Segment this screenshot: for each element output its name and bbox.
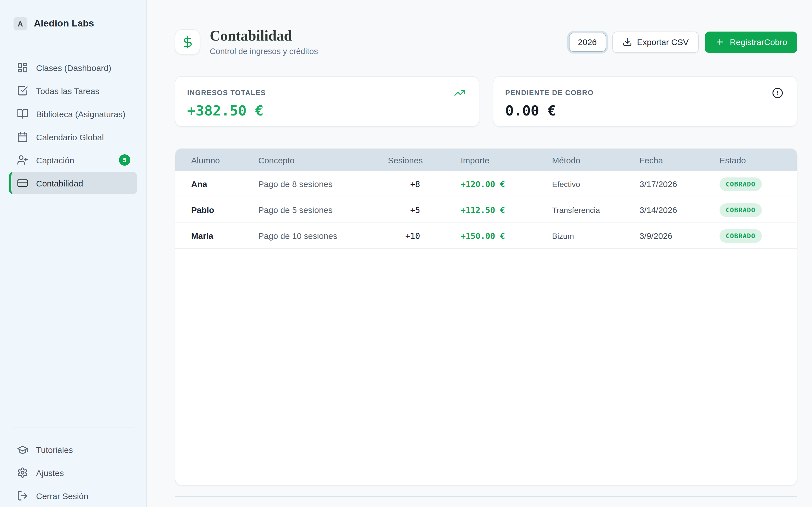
column-header-metodo: Método: [552, 156, 640, 165]
gear-icon: [17, 467, 28, 478]
table-row: Pablo Pago de 5 sesiones +5 +112.50 € Tr…: [175, 198, 797, 223]
cell-metodo: Transferencia: [552, 206, 640, 215]
sidebar-item-label: Cerrar Sesión: [36, 491, 88, 501]
sidebar-item-label: Clases (Dashboard): [36, 63, 111, 72]
stat-label: INGRESOS TOTALES: [187, 89, 266, 97]
sidebar-item-label: Tutoriales: [36, 445, 73, 454]
tasks-icon: [17, 85, 28, 96]
sidebar-item[interactable]: Cerrar Sesión: [9, 485, 137, 507]
export-csv-label: Exportar CSV: [637, 37, 689, 47]
stat-value: 0.00 €: [505, 103, 783, 119]
sidebar-badge: 5: [119, 154, 130, 166]
sidebar-item[interactable]: Biblioteca (Asignaturas): [9, 103, 137, 125]
column-header-importe: Importe: [420, 156, 552, 165]
status-badge: COBRADO: [719, 203, 762, 217]
page-subtitle: Control de ingresos y créditos: [210, 47, 318, 56]
brand-logo: A: [13, 17, 27, 31]
sidebar-item-label: Captación: [36, 155, 74, 165]
export-csv-button[interactable]: Exportar CSV: [612, 31, 699, 53]
page-title: Contabilidad: [210, 28, 318, 44]
register-payment-button[interactable]: RegistrarCobro: [705, 31, 797, 53]
cell-fecha: 3/17/2026: [640, 179, 719, 189]
sidebar-item[interactable]: Captación 5: [9, 149, 137, 171]
cell-concepto: Pago de 10 sesiones: [258, 231, 388, 241]
table-row: María Pago de 10 sesiones +10 +150.00 € …: [175, 223, 797, 249]
plus-icon: [715, 37, 725, 47]
logout-icon: [17, 490, 28, 501]
stat-card: INGRESOS TOTALES +382.50 €: [175, 76, 479, 127]
sidebar-item[interactable]: Clases (Dashboard): [9, 56, 137, 79]
column-header-fecha: Fecha: [640, 156, 719, 165]
book-open-icon: [17, 108, 28, 119]
sidebar-item[interactable]: Ajustes: [9, 461, 137, 484]
calendar-icon: [17, 131, 28, 143]
sidebar-item[interactable]: Contabilidad: [9, 172, 137, 194]
column-header-concepto: Concepto: [258, 156, 388, 165]
cell-sesiones: +5: [388, 206, 420, 215]
payments-table: Alumno Concepto Sesiones Importe Método …: [175, 149, 797, 486]
cell-alumno: Pablo: [191, 205, 258, 215]
table-header-row: Alumno Concepto Sesiones Importe Método …: [175, 149, 797, 172]
page-header-left: Contabilidad Control de ingresos y crédi…: [175, 28, 318, 56]
sidebar-item-label: Todas las Tareas: [36, 86, 100, 96]
stat-label: PENDIENTE DE COBRO: [505, 89, 594, 97]
status-badge: COBRADO: [719, 177, 762, 191]
sidebar-item-label: Contabilidad: [36, 178, 83, 188]
credit-card-icon: [17, 177, 28, 189]
cell-fecha: 3/9/2026: [640, 231, 719, 241]
cell-concepto: Pago de 5 sesiones: [258, 205, 388, 215]
sidebar-footer: Tutoriales Ajustes Cerrar Sesión: [9, 428, 137, 507]
sidebar-divider: [12, 428, 134, 428]
cell-importe: +120.00 €: [420, 180, 552, 189]
register-payment-label: RegistrarCobro: [730, 37, 787, 47]
bottom-divider: [175, 497, 797, 497]
table-row: Ana Pago de 8 sesiones +8 +120.00 € Efec…: [175, 172, 797, 198]
column-header-sesiones: Sesiones: [388, 156, 420, 165]
user-plus-icon: [17, 154, 28, 166]
sidebar: A Aledion Labs Clases (Dashboard) Todas …: [0, 0, 147, 507]
year-input[interactable]: [569, 33, 606, 52]
dollar-icon: [181, 35, 194, 49]
brand: A Aledion Labs: [9, 17, 137, 31]
sidebar-item[interactable]: Calendario Global: [9, 126, 137, 148]
cell-importe: +150.00 €: [420, 231, 552, 240]
table-body: Ana Pago de 8 sesiones +8 +120.00 € Efec…: [175, 172, 797, 249]
dashboard-icon: [17, 62, 28, 73]
alert-circle-icon: [772, 88, 783, 99]
sidebar-item-label: Ajustes: [36, 468, 64, 477]
sidebar-item[interactable]: Todas las Tareas: [9, 79, 137, 102]
cell-alumno: Ana: [191, 179, 258, 189]
trending-up-icon: [454, 88, 465, 99]
page-icon-box: [175, 29, 200, 55]
sidebar-footer-nav: Tutoriales Ajustes Cerrar Sesión: [9, 438, 137, 507]
cell-importe: +112.50 €: [420, 206, 552, 215]
stat-card: PENDIENTE DE COBRO 0.00 €: [493, 76, 797, 127]
sidebar-nav: Clases (Dashboard) Todas las Tareas Bibl…: [9, 56, 137, 194]
cell-concepto: Pago de 8 sesiones: [258, 179, 388, 189]
column-header-estado: Estado: [719, 156, 781, 165]
page-header: Contabilidad Control de ingresos y crédi…: [175, 28, 797, 56]
stat-cards: INGRESOS TOTALES +382.50 € PENDIENTE DE …: [175, 76, 797, 127]
column-header-alumno: Alumno: [191, 156, 258, 165]
graduation-cap-icon: [17, 444, 28, 455]
app-window: A Aledion Labs Clases (Dashboard) Todas …: [0, 0, 812, 507]
sidebar-item-label: Biblioteca (Asignaturas): [36, 109, 125, 119]
page-title-block: Contabilidad Control de ingresos y crédi…: [210, 28, 318, 56]
cell-fecha: 3/14/2026: [640, 205, 719, 215]
sidebar-item[interactable]: Tutoriales: [9, 438, 137, 461]
status-badge: COBRADO: [719, 229, 762, 243]
sidebar-item-label: Calendario Global: [36, 132, 104, 142]
brand-name: Aledion Labs: [34, 18, 94, 29]
page-header-actions: Exportar CSV RegistrarCobro: [569, 31, 797, 53]
download-icon: [622, 37, 632, 47]
cell-metodo: Efectivo: [552, 180, 640, 189]
stat-value: +382.50 €: [187, 103, 465, 119]
main-content: Contabilidad Control de ingresos y crédi…: [147, 0, 812, 507]
cell-metodo: Bizum: [552, 231, 640, 240]
cell-alumno: María: [191, 231, 258, 241]
cell-sesiones: +8: [388, 180, 420, 189]
cell-sesiones: +10: [388, 231, 420, 240]
